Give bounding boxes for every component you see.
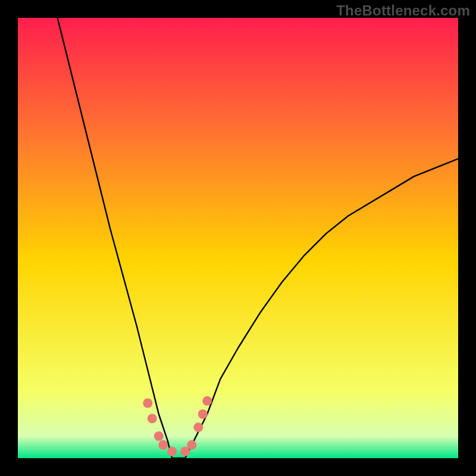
- marker-dot: [143, 399, 152, 408]
- marker-dot: [167, 447, 177, 456]
- chart-frame: TheBottleneck.com: [0, 0, 476, 476]
- bottleneck-plot: [18, 18, 458, 458]
- marker-dot: [187, 440, 196, 450]
- plot-container: [18, 18, 458, 458]
- marker-dot: [202, 396, 212, 406]
- gradient-background: [18, 18, 458, 458]
- watermark-text: TheBottleneck.com: [336, 2, 470, 19]
- marker-dot: [158, 440, 168, 450]
- marker-dot: [193, 422, 203, 432]
- marker-dot: [148, 414, 157, 423]
- marker-dot: [154, 431, 164, 441]
- marker-dot: [198, 409, 208, 419]
